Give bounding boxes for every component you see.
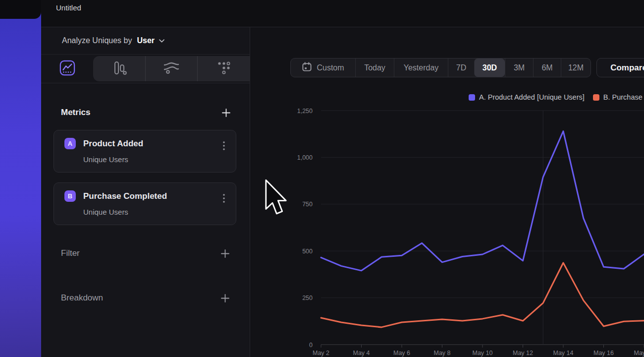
svg-text:500: 500 [302, 248, 313, 255]
chart-type-tabbar [41, 55, 250, 83]
metric-cards: A Product Added Unique Users B Purchase … [54, 130, 236, 225]
analytics-app-window: Untitled Analyze Uniques by User [41, 0, 644, 357]
screen: Untitled Analyze Uniques by User [0, 0, 644, 357]
line-chart[interactable]: 02505007501,0001,250May 2May 4May 6May 8… [251, 27, 644, 357]
line-chart-icon [59, 60, 75, 78]
kebab-menu-icon[interactable] [223, 141, 225, 152]
svg-text:0: 0 [309, 342, 313, 349]
add-filter-button[interactable] [220, 248, 230, 258]
metric-card-b[interactable]: B Purchase Completed Unique Users [54, 182, 236, 225]
analyze-entity-dropdown[interactable]: User [137, 36, 155, 45]
svg-text:May 2: May 2 [313, 350, 329, 357]
svg-text:May 18: May 18 [634, 350, 644, 357]
tab-line-chart[interactable] [41, 55, 93, 83]
tab-bar-chart[interactable] [93, 56, 145, 81]
filter-section: Filter [41, 246, 250, 260]
analyze-row: Analyze Uniques by User [41, 27, 250, 55]
metrics-header: Metrics [41, 106, 250, 119]
query-builder-sidebar: Analyze Uniques by User [41, 27, 250, 357]
svg-text:750: 750 [302, 201, 313, 208]
metric-name[interactable]: Product Added [83, 139, 143, 149]
add-breakdown-button[interactable] [220, 293, 230, 303]
kebab-menu-icon[interactable] [223, 194, 225, 205]
chevron-down-icon[interactable] [159, 39, 165, 43]
tab-dots-grid[interactable] [197, 56, 250, 81]
metric-aggregation[interactable]: Unique Users [83, 155, 226, 164]
metric-aggregation[interactable]: Unique Users [83, 208, 226, 216]
svg-text:250: 250 [302, 295, 313, 301]
chart-type-tab-strip [93, 56, 250, 81]
svg-text:1,000: 1,000 [297, 154, 313, 161]
svg-text:May 6: May 6 [393, 350, 410, 357]
metric-badge: B [64, 190, 76, 202]
svg-text:May 14: May 14 [553, 350, 574, 357]
svg-text:May 12: May 12 [513, 350, 533, 357]
mouse-cursor [265, 179, 288, 218]
svg-text:May 16: May 16 [593, 350, 614, 357]
dots-grid-icon [217, 61, 230, 76]
metric-card-a[interactable]: A Product Added Unique Users [54, 130, 236, 173]
flow-chart-icon [163, 61, 180, 76]
metric-badge: A [64, 138, 76, 149]
svg-text:May 4: May 4 [353, 350, 370, 357]
metrics-title: Metrics [61, 108, 91, 118]
bar-chart-icon [111, 61, 127, 77]
svg-text:May 8: May 8 [433, 350, 450, 357]
report-titlebar: Untitled [41, 0, 644, 27]
filter-title: Filter [61, 248, 80, 258]
breakdown-section: Breakdown [41, 291, 250, 305]
metric-name[interactable]: Purchase Completed [83, 191, 167, 201]
add-metric-button[interactable] [221, 108, 231, 118]
window-top-corner [0, 0, 41, 19]
svg-text:1,250: 1,250 [297, 108, 313, 115]
report-title[interactable]: Untitled [56, 3, 81, 12]
desktop-gradient-strip [0, 0, 41, 357]
chart-panel: Custom Today Yesterday 7D 30D 3M 6M 12M … [251, 27, 644, 357]
breakdown-title: Breakdown [61, 293, 103, 303]
analyze-label: Analyze Uniques by [62, 36, 132, 45]
tab-flow-chart[interactable] [145, 56, 198, 81]
svg-text:May 10: May 10 [473, 350, 493, 357]
